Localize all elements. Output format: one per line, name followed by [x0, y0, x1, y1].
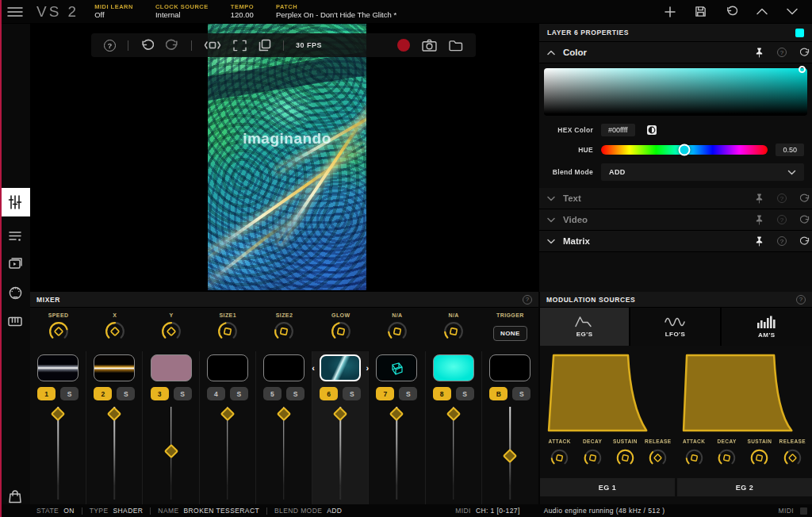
layer-active-button[interactable]: 3 — [151, 387, 169, 400]
sidebar-item-media[interactable] — [0, 249, 30, 278]
sidebar-item-layers-list[interactable] — [0, 222, 30, 251]
new-patch-button[interactable] — [665, 6, 676, 17]
layer-active-button[interactable]: 4 — [207, 387, 225, 400]
eg1-name-bar[interactable]: EG 1 — [540, 478, 675, 496]
sidebar-item-mixer[interactable] — [0, 188, 30, 216]
slider-thumb[interactable] — [277, 407, 291, 421]
slider-thumb[interactable] — [51, 407, 65, 421]
output-preview[interactable]: imaginando — [208, 24, 366, 290]
color-gradient-picker[interactable] — [544, 68, 807, 116]
slider-thumb[interactable] — [163, 444, 178, 458]
layer-level-slider[interactable] — [369, 407, 424, 500]
layer-thumbnail[interactable] — [432, 354, 475, 382]
snapshot-camera-button[interactable] — [422, 39, 437, 52]
knob-size1[interactable]: SIZE1 — [200, 310, 256, 354]
reset-icon[interactable] — [800, 193, 810, 204]
section-color-header[interactable]: Color ? — [539, 42, 812, 63]
eyedropper-icon[interactable] — [646, 124, 657, 136]
eg1-decay-knob[interactable]: DECAY — [576, 436, 608, 469]
eg1-release-knob[interactable]: RELEASE — [642, 436, 674, 469]
layer-level-slider[interactable] — [312, 407, 368, 500]
clock-source-field[interactable]: CLOCK SOURCE Internal — [155, 3, 209, 20]
eg2-attack-knob[interactable]: ATTACK — [678, 436, 710, 469]
layer-level-slider[interactable] — [482, 407, 538, 500]
layer-thumbnail[interactable] — [375, 354, 418, 382]
layer-active-button[interactable]: 7 — [376, 387, 394, 400]
hue-slider[interactable] — [601, 145, 768, 155]
help-icon[interactable]: ? — [777, 193, 787, 203]
knob-na-1[interactable]: N/A — [369, 310, 425, 354]
reset-icon[interactable] — [800, 48, 810, 58]
help-icon[interactable]: ? — [523, 295, 532, 304]
layer-level-slider[interactable] — [256, 407, 312, 500]
reset-icon[interactable] — [800, 215, 810, 225]
sidebar-item-midi[interactable] — [0, 278, 30, 307]
layer-level-slider[interactable] — [200, 407, 255, 500]
layer-level-slider[interactable] — [426, 407, 481, 500]
tab-ams[interactable]: AM'S — [722, 308, 812, 346]
layer-thumbnail[interactable] — [93, 354, 136, 382]
record-button[interactable] — [397, 39, 410, 52]
layer-level-slider[interactable] — [30, 407, 86, 500]
layer-active-button[interactable]: 2 — [94, 387, 112, 400]
layer-solo-button[interactable]: S — [399, 387, 417, 400]
pin-icon[interactable] — [755, 236, 764, 247]
knob-dial[interactable] — [159, 320, 183, 343]
eg2-sustain-knob[interactable]: SUSTAIN — [743, 436, 776, 469]
knob-dial[interactable] — [329, 320, 353, 343]
eg2-decay-knob[interactable]: DECAY — [710, 436, 743, 469]
knob-dial[interactable] — [749, 447, 770, 469]
knob-dial[interactable] — [684, 447, 705, 469]
slider-thumb[interactable] — [107, 407, 121, 421]
eg1-envelope-display[interactable] — [543, 350, 675, 433]
eg1-sustain-knob[interactable]: SUSTAIN — [609, 436, 642, 469]
fullscreen-button[interactable] — [233, 40, 247, 52]
tempo-field[interactable]: TEMPO 120.00 — [231, 3, 254, 20]
layer-active-button[interactable]: B — [489, 387, 508, 400]
tab-egs[interactable]: EG'S — [540, 308, 630, 346]
knob-na-2[interactable]: N/A — [426, 310, 482, 354]
knob-dial[interactable] — [103, 320, 127, 343]
patch-field[interactable]: PATCH Perplex On - Don't Hide The Glitch… — [276, 3, 396, 20]
knob-dial[interactable] — [647, 447, 668, 469]
layer-solo-button[interactable]: S — [230, 387, 248, 400]
prev-layer-arrow[interactable]: ‹ — [312, 363, 315, 373]
tab-lfos[interactable]: LFO'S — [630, 308, 721, 346]
layer-solo-button[interactable]: S — [60, 387, 79, 400]
hamburger-menu-button[interactable] — [0, 0, 30, 24]
knob-dial[interactable] — [582, 447, 603, 469]
layer-thumbnail[interactable] — [36, 354, 79, 382]
layer-active-button[interactable]: 8 — [433, 387, 451, 400]
section-matrix-header[interactable]: Matrix ? — [539, 231, 812, 252]
layer-active-button[interactable]: 5 — [263, 387, 282, 400]
save-button[interactable] — [695, 6, 707, 17]
layer-thumbnail[interactable] — [206, 354, 249, 382]
layer-thumbnail[interactable] — [262, 354, 305, 382]
pin-icon[interactable] — [755, 215, 764, 225]
layer-level-slider[interactable] — [86, 407, 142, 500]
collapse-up-button[interactable] — [756, 8, 768, 15]
hex-color-value[interactable]: #00ffff — [601, 124, 635, 136]
section-text-header[interactable]: Text ? — [539, 188, 812, 209]
slider-thumb[interactable] — [503, 448, 517, 462]
knob-dial[interactable] — [47, 320, 71, 343]
layer-solo-button[interactable]: S — [456, 387, 474, 400]
section-video-header[interactable]: Video ? — [539, 209, 812, 231]
help-button[interactable]: ? — [104, 40, 116, 52]
slider-thumb[interactable] — [389, 407, 404, 421]
help-icon[interactable]: ? — [777, 236, 787, 246]
slider-thumb[interactable] — [333, 407, 347, 421]
slider-thumb[interactable] — [446, 407, 460, 421]
undo-button[interactable] — [726, 6, 737, 17]
knob-dial[interactable] — [716, 447, 737, 469]
pin-icon[interactable] — [755, 48, 764, 58]
hue-slider-thumb[interactable] — [679, 144, 691, 156]
blend-mode-select[interactable]: ADD — [601, 163, 804, 181]
reset-icon[interactable] — [800, 236, 810, 247]
sidebar-item-keyboard[interactable] — [0, 307, 30, 335]
layer-thumbnail[interactable] — [150, 354, 193, 382]
layer-thumbnail[interactable]: ‹ › — [319, 354, 362, 382]
pin-icon[interactable] — [755, 193, 764, 204]
redo-button[interactable] — [166, 39, 179, 52]
trigger-none-button[interactable]: NONE — [493, 326, 527, 341]
